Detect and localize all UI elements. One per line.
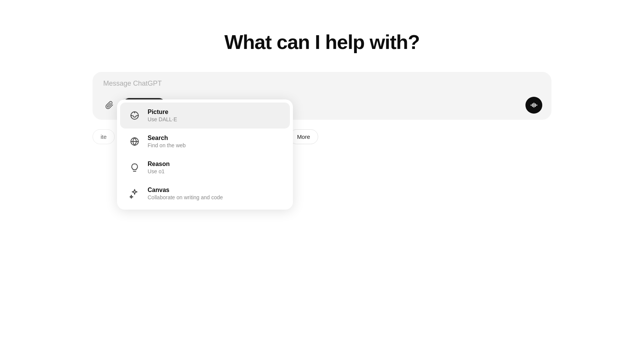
dropdown-item-picture-subtitle: Use DALL·E [148,116,177,122]
dropdown-item-picture[interactable]: Picture Use DALL·E [120,103,290,129]
dropdown-item-reason-subtitle: Use o1 [148,168,170,174]
dropdown-item-canvas-text: Canvas Collaborate on writing and code [148,187,223,200]
dropdown-item-search[interactable]: Search Find on the web [120,129,290,155]
dropdown-item-canvas-title: Canvas [148,187,223,194]
dropdown-item-search-text: Search Find on the web [148,135,186,148]
svg-rect-5 [532,103,533,107]
dropdown-item-picture-title: Picture [148,109,177,116]
input-placeholder[interactable]: Message ChatGPT [102,80,542,88]
pill-partial-label: ite [101,133,107,140]
dropdown-item-canvas[interactable]: Canvas Collaborate on writing and code [120,181,290,207]
svg-rect-7 [535,103,536,107]
dropdown-item-reason-title: Reason [148,161,170,168]
page-title: What can I help with? [224,31,420,54]
pill-more[interactable]: More [289,129,318,144]
dalle-icon [128,109,141,122]
dropdown-item-search-subtitle: Find on the web [148,142,186,148]
dropdown-item-search-title: Search [148,135,186,142]
svg-rect-8 [536,104,537,106]
svg-rect-4 [531,104,532,106]
dropdown-item-picture-text: Picture Use DALL·E [148,109,177,122]
tools-dropdown: Picture Use DALL·E Search Find on the we… [117,99,293,210]
dropdown-item-reason[interactable]: Reason Use o1 [120,155,290,181]
bulb-icon [128,161,141,174]
dropdown-item-canvas-subtitle: Collaborate on writing and code [148,194,223,200]
pill-partial[interactable]: ite [93,129,115,144]
svg-rect-6 [533,103,534,108]
dropdown-item-reason-text: Reason Use o1 [148,161,170,174]
pen-icon [128,187,141,200]
pill-more-label: More [297,133,310,140]
globe-icon [128,135,141,148]
send-button[interactable] [525,97,542,114]
attach-button[interactable] [102,98,117,113]
